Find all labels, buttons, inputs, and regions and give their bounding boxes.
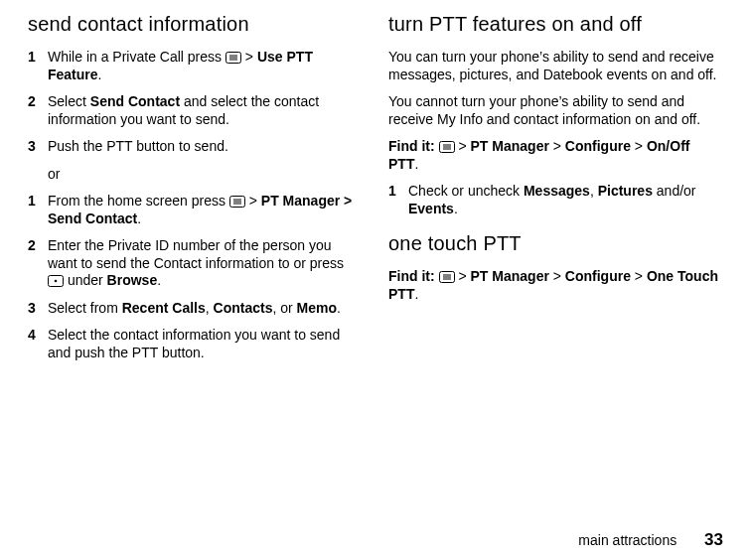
find-it-label: Find it: <box>388 268 435 284</box>
step-body: While in a Private Call press > Use PTT … <box>48 49 363 83</box>
page-footer: main attractions 33 <box>578 529 723 550</box>
step-b-1: 1 From the home screen press > PT Manage… <box>28 193 363 227</box>
find-it-label: Find it: <box>388 138 435 154</box>
text: , or <box>272 300 296 316</box>
text: . <box>157 272 161 288</box>
step-body: Enter the Private ID number of the perso… <box>48 237 363 290</box>
step-body: From the home screen press > PT Manager … <box>48 193 363 227</box>
paragraph: You cannot turn your phone’s ability to … <box>388 93 723 128</box>
find-it-line: Find it: > PT Manager > Configure > On/O… <box>388 138 723 173</box>
menu-key-icon <box>229 196 245 208</box>
step-body: Select the contact information you want … <box>48 327 363 361</box>
text: . <box>98 67 102 82</box>
right-column: turn PTT features on and off You can tur… <box>388 12 723 371</box>
text: Enter the Private ID number of the perso… <box>48 237 344 271</box>
text: , <box>206 300 214 316</box>
text: , <box>590 183 598 199</box>
text: . <box>454 201 458 216</box>
soft-key-icon <box>48 275 64 287</box>
step-number: 2 <box>28 237 48 290</box>
step-number: 3 <box>28 138 48 156</box>
path-segment: PT Manager <box>471 138 549 154</box>
step-b-2: 2 Enter the Private ID number of the per… <box>28 237 363 290</box>
step-b-4: 4 Select the contact information you wan… <box>28 327 363 361</box>
or-text: or <box>48 166 363 184</box>
text: Select <box>48 93 90 109</box>
step-number: 2 <box>28 93 48 128</box>
heading-send-contact: send contact information <box>28 12 363 37</box>
bold-text: Memo <box>297 300 337 316</box>
bold-text: Recent Calls <box>122 300 206 316</box>
text: From the home screen press <box>48 193 229 209</box>
heading-one-touch-ptt: one touch PTT <box>388 231 723 256</box>
text: . <box>137 210 141 226</box>
menu-key-icon <box>439 141 455 153</box>
bold-text: Send Contact <box>90 93 180 109</box>
menu-key-icon <box>225 52 241 64</box>
step-number: 1 <box>28 193 48 227</box>
footer-section: main attractions <box>578 532 676 548</box>
text: > <box>241 49 257 65</box>
step-b-3: 3 Select from Recent Calls, Contacts, or… <box>28 300 363 318</box>
text: Select from <box>48 300 122 316</box>
text: Check or uncheck <box>408 183 524 199</box>
menu-key-icon <box>439 271 455 283</box>
text: and/or <box>653 183 696 199</box>
heading-turn-ptt: turn PTT features on and off <box>388 12 723 37</box>
text: . <box>337 300 341 316</box>
step-a-2: 2 Select Send Contact and select the con… <box>28 93 363 128</box>
step-body: Push the PTT button to send. <box>48 138 363 156</box>
text: Select the contact information you want … <box>48 327 340 360</box>
bold-text: Contacts <box>214 300 273 316</box>
find-it-line: Find it: > PT Manager > Configure > One … <box>388 268 723 303</box>
path-segment: Configure <box>565 268 631 284</box>
bold-text: Browse <box>107 272 158 288</box>
left-column: send contact information 1 While in a Pr… <box>28 12 363 371</box>
step-number: 3 <box>28 300 48 318</box>
text: under <box>64 272 107 288</box>
step-number: 1 <box>388 183 408 217</box>
step-body: Select from Recent Calls, Contacts, or M… <box>48 300 363 318</box>
step-a-3: 3 Push the PTT button to send. <box>28 138 363 156</box>
text: > <box>245 193 261 209</box>
page-number: 33 <box>704 530 723 549</box>
text: Push the PTT button to send. <box>48 138 228 154</box>
step-number: 4 <box>28 327 48 361</box>
bold-text: Messages <box>524 183 590 199</box>
step-number: 1 <box>28 49 48 83</box>
bold-text: Events <box>408 201 454 216</box>
svg-point-9 <box>55 280 58 283</box>
step-right-1: 1 Check or uncheck Messages, Pictures an… <box>388 183 723 217</box>
bold-text: Pictures <box>598 183 653 199</box>
text: While in a Private Call press <box>48 49 225 65</box>
step-a-1: 1 While in a Private Call press > Use PT… <box>28 49 363 83</box>
path-segment: PT Manager <box>471 268 549 284</box>
path-segment: Configure <box>565 138 631 154</box>
paragraph: You can turn your phone’s ability to sen… <box>388 49 723 83</box>
step-body: Check or uncheck Messages, Pictures and/… <box>408 183 723 217</box>
step-body: Select Send Contact and select the conta… <box>48 93 363 128</box>
